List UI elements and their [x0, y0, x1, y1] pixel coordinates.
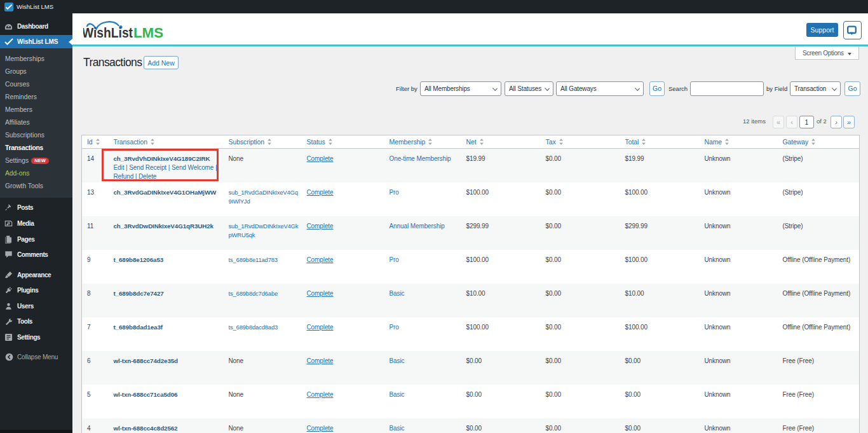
svg-text:LMS: LMS: [133, 25, 163, 41]
svg-text:WishList: WishList: [83, 25, 133, 41]
